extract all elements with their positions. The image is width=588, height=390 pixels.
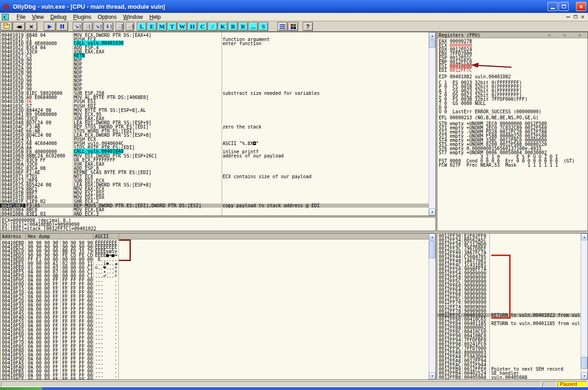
minimize-button[interactable] (547, 2, 558, 11)
toolbar-view-windows-button[interactable]: W (177, 22, 187, 31)
toolbar-view-source-button[interactable]: S (259, 22, 268, 31)
title-bar: OllyDbg - vuln.exe - [CPU - main thread,… (0, 0, 588, 13)
toolbar-close-program-button[interactable]: × (25, 22, 37, 31)
toolbar-pause-button[interactable] (56, 22, 68, 31)
toolbar-step-over-button[interactable]: ↓ (83, 22, 93, 31)
register-line[interactable]: FCW 027F Prec NEAR,53 Mask 1 1 1 1 1 1 (439, 163, 587, 167)
menu-view[interactable]: View (29, 13, 47, 21)
toolbar-appearance-button[interactable] (288, 22, 298, 31)
toolbar-view-cpu-button[interactable]: C (198, 22, 207, 31)
menu-plugins[interactable]: Plugins (70, 13, 94, 21)
status-message-cell (1, 381, 541, 387)
toolbar-view-breakpoints-button[interactable]: B (228, 22, 238, 31)
mdi-minimize-icon[interactable] (566, 17, 570, 17)
status-paused: Paused (558, 381, 587, 387)
appearance-icon (291, 24, 296, 29)
disasm-bytes: 83E1 03 (26, 211, 72, 216)
stack-comment: vuln.004050A8 (491, 375, 581, 380)
status-small-cell (542, 381, 556, 387)
info-line: ES:[EDI]=stack [0012FF7C]=00401022 (2, 227, 96, 231)
stack-scrollbar[interactable]: ▲ ▼ (581, 233, 588, 379)
disasm-row[interactable]: 0040108683E1 03AND ECX,3 (0, 212, 429, 216)
registers-cycle-icon[interactable]: < (578, 33, 581, 38)
help-icon: ? (306, 23, 310, 30)
menu-file[interactable]: File (13, 13, 29, 21)
dump-scrollbar[interactable]: ▲ ▼ (429, 233, 435, 379)
toolbar-view-patches-button[interactable]: / (208, 22, 218, 31)
toolbar-step-into-button[interactable]: ↘ (73, 22, 82, 31)
disasm-instruction: AND ECX,3 (74, 211, 99, 216)
toolbar-view-handles-button[interactable]: H (188, 22, 197, 31)
disasm-address: 00401086 (1, 211, 24, 216)
toolbar-view-log-button[interactable]: L (137, 22, 147, 31)
menu-debug[interactable]: Debug (47, 13, 70, 21)
animate-over-icon: ⇓ (106, 24, 109, 29)
start-button-edge[interactable] (0, 387, 42, 390)
restart-icon: ◀◀ (17, 24, 20, 29)
open-file-icon (4, 24, 10, 29)
register-line[interactable]: EDI 0012FF7C (439, 68, 587, 72)
mdi-restore-icon[interactable] (574, 15, 577, 18)
register-line[interactable]: EFL 00000213 (NO,B,NE,BE,NS,PO,GE,G) (439, 116, 587, 120)
stack-pane[interactable]: 0012FF30E2F02FF00012FF34B0562A5C0012FF38… (437, 233, 588, 380)
taskbar-edge (0, 387, 588, 390)
stack-value: 004050A8 (464, 375, 486, 380)
register-line[interactable]: EIP 00401082 vuln.00401082 (439, 75, 587, 79)
menu-window[interactable]: Window (120, 13, 146, 21)
execute-till-return-icon: →] (117, 24, 123, 29)
toolbar-view-call-stack-button[interactable]: K (218, 22, 228, 31)
status-bar: Paused (0, 380, 588, 387)
run-icon: ▶ (48, 23, 52, 29)
view-log-window-icon (280, 24, 285, 29)
menu-help[interactable]: Help (146, 13, 164, 21)
restore-button[interactable] (559, 2, 569, 11)
step-into-icon: ↘ (75, 24, 78, 29)
toolbar: ◀◀×▶↘↓↘⇓→]→LEMTWHC/KBR...S? (0, 22, 588, 32)
toolbar-go-to-address-button[interactable]: → (126, 22, 134, 31)
toolbar-view-run-trace-button[interactable]: ... (248, 22, 258, 31)
registers-cycle-icon[interactable]: < (563, 33, 566, 38)
info-pane: ECX=00000008 (decimal 8.)DS:[ESI]=[00410… (0, 217, 436, 231)
toolbar-run-button[interactable]: ▶ (44, 22, 56, 31)
toolbar-view-log-window-button[interactable] (277, 22, 288, 31)
registers-title: Registers (FPU) (439, 33, 480, 38)
dump-header: Address Hex dump ASCII (0, 233, 435, 239)
registers-header: Registers (FPU) < < < (437, 32, 588, 38)
go-to-address-icon: → (127, 24, 131, 29)
mdi-close-icon[interactable]: × (581, 15, 584, 19)
registers-pane[interactable]: Registers (FPU) < < < EAX 0000027BECX 00… (437, 32, 588, 231)
hex-dump-pane[interactable]: Address Hex dump ASCII 00410EBD90 90 90 … (0, 233, 436, 380)
register-line[interactable]: O 0 LastErr ERROR_SUCCESS (00000000) (439, 110, 587, 114)
toolbar-animate-into-button[interactable]: ↘ (94, 22, 103, 31)
cpu-window-icon[interactable]: C (2, 14, 9, 20)
toolbar-animate-over-button[interactable]: ⇓ (104, 22, 113, 31)
menu-bar: C FileViewDebugPluginsOptionsWindowHelp … (0, 13, 588, 21)
pause-icon (60, 24, 65, 29)
toolbar-view-memory-button[interactable]: M (157, 22, 167, 31)
close-program-icon: × (29, 24, 34, 29)
stack-address: 0012FFB8 (439, 375, 461, 380)
disasm-scrollbar[interactable]: ▲ ▼ (429, 32, 435, 215)
toolbar-open-file-button[interactable] (0, 22, 12, 31)
toolbar-view-executables-button[interactable]: E (147, 22, 157, 31)
toolbar-restart-button[interactable]: ◀◀ (13, 22, 25, 31)
app-icon (2, 3, 10, 11)
toolbar-execute-till-return-button[interactable]: →] (116, 22, 124, 31)
dump-header-address: Address (2, 234, 21, 239)
window-title: OllyDbg - vuln.exe - [CPU - main thread,… (13, 3, 165, 10)
animate-into-icon: ↘ (95, 24, 99, 29)
mdi-window-controls: × (566, 15, 584, 19)
dump-header-hex: Hex dump (28, 234, 50, 239)
toolbar-view-references-button[interactable]: R (238, 22, 248, 31)
close-button[interactable]: × (576, 2, 586, 11)
dump-header-ascii: ASCII (95, 234, 109, 239)
menu-options[interactable]: Options (94, 13, 120, 21)
step-over-icon: ↓ (86, 24, 88, 29)
register-line[interactable]: T 0 GS 0000 NULL (439, 101, 587, 105)
toolbar-help-button[interactable]: ? (303, 22, 313, 31)
disassembly-pane[interactable]: 004010198B48 04MOV ECX,DWORD PTR DS:[EAX… (0, 32, 436, 216)
stack-row[interactable]: 0012FFB8004050A8vuln.004050A8 (437, 375, 581, 379)
registers-cycle-icon[interactable]: < (548, 33, 551, 38)
toolbar-view-threads-button[interactable]: T (167, 22, 177, 31)
